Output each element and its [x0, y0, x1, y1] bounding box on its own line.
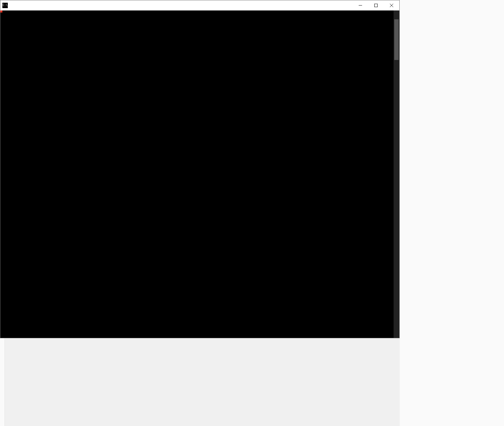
- console-output[interactable]: [0, 11, 394, 338]
- minimize-button[interactable]: [353, 0, 368, 10]
- editor-right-background: [400, 0, 504, 426]
- scrollbar[interactable]: [394, 11, 399, 338]
- svg-rect-1: [375, 4, 378, 7]
- scroll-thumb[interactable]: [394, 19, 399, 60]
- window-buttons: [353, 0, 399, 10]
- cmd-icon: C:\: [2, 3, 8, 8]
- maximize-button[interactable]: [368, 0, 384, 10]
- cmd-window: C:\: [0, 0, 400, 338]
- titlebar[interactable]: C:\: [0, 0, 399, 11]
- close-button[interactable]: [384, 0, 399, 10]
- console-wrap: [0, 11, 399, 338]
